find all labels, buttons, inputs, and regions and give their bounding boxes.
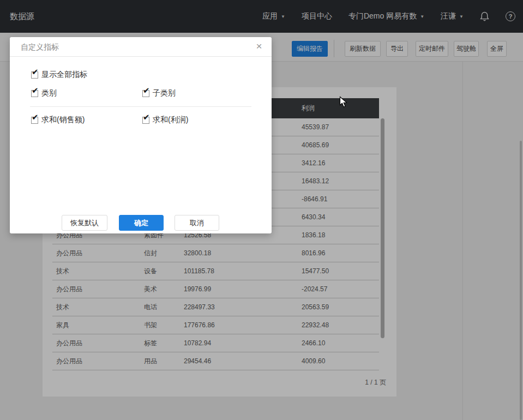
checkbox-category[interactable]: ✔ 类别 [31,88,57,99]
checkbox-sum-sales[interactable]: ✔ 求和(销售额) [31,115,85,125]
cancel-button[interactable]: 取消 [175,215,219,231]
close-icon[interactable]: × [253,40,265,52]
restore-default-button[interactable]: 恢复默认 [62,215,107,231]
dialog-title: 自定义指标 [21,37,59,57]
checkbox-icon[interactable]: ✔ [31,90,38,97]
confirm-button[interactable]: 确定 [119,215,164,231]
dialog-header: 自定义指标 × [10,37,272,57]
checkbox-icon[interactable]: ✔ [142,117,149,124]
checkbox-icon[interactable]: ✔ [142,90,149,97]
checkbox-icon[interactable]: ✔ [31,71,38,79]
checkbox-subcategory[interactable]: ✔ 子类别 [142,88,176,99]
checkbox-sum-profit[interactable]: ✔ 求和(利润) [142,115,188,125]
checkbox-show-all[interactable]: ✔ 显示全部指标 [31,69,87,80]
section-divider [30,106,251,107]
custom-metrics-dialog: 自定义指标 × ✔ 显示全部指标 ✔ 类别 ✔ 子类别 ✔ 求和(销售额) ✔ … [10,37,272,233]
checkbox-icon[interactable]: ✔ [31,117,38,124]
